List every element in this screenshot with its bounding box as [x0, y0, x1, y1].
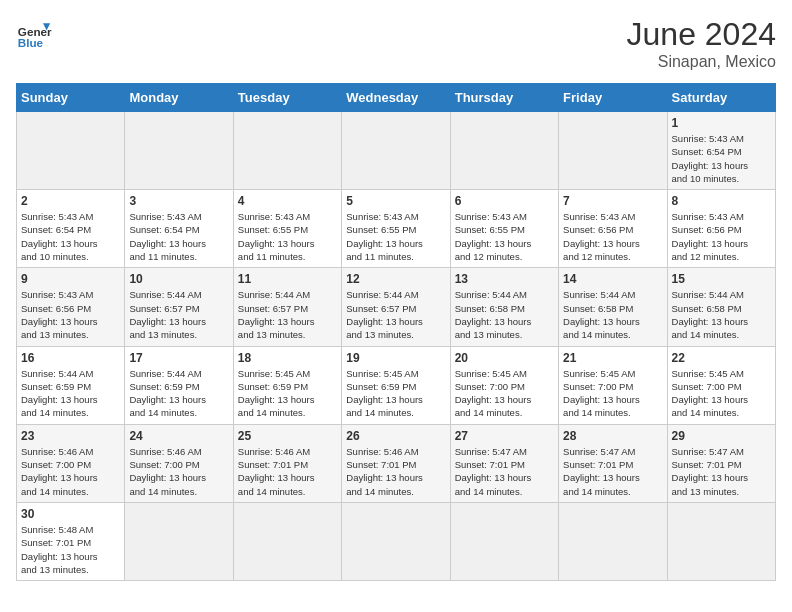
day-info: Sunrise: 5:44 AM Sunset: 6:59 PM Dayligh… — [21, 367, 120, 420]
day-info: Sunrise: 5:44 AM Sunset: 6:58 PM Dayligh… — [563, 288, 662, 341]
day-info: Sunrise: 5:45 AM Sunset: 7:00 PM Dayligh… — [455, 367, 554, 420]
day-number: 17 — [129, 351, 228, 365]
calendar-cell: 10Sunrise: 5:44 AM Sunset: 6:57 PM Dayli… — [125, 268, 233, 346]
day-number: 25 — [238, 429, 337, 443]
calendar-cell: 25Sunrise: 5:46 AM Sunset: 7:01 PM Dayli… — [233, 424, 341, 502]
day-info: Sunrise: 5:44 AM Sunset: 6:58 PM Dayligh… — [455, 288, 554, 341]
calendar-cell: 18Sunrise: 5:45 AM Sunset: 6:59 PM Dayli… — [233, 346, 341, 424]
calendar-cell — [17, 112, 125, 190]
day-info: Sunrise: 5:43 AM Sunset: 6:54 PM Dayligh… — [21, 210, 120, 263]
week-row-3: 9Sunrise: 5:43 AM Sunset: 6:56 PM Daylig… — [17, 268, 776, 346]
day-number: 2 — [21, 194, 120, 208]
day-number: 19 — [346, 351, 445, 365]
day-number: 30 — [21, 507, 120, 521]
weekday-header-tuesday: Tuesday — [233, 84, 341, 112]
weekday-header-wednesday: Wednesday — [342, 84, 450, 112]
calendar-cell: 2Sunrise: 5:43 AM Sunset: 6:54 PM Daylig… — [17, 190, 125, 268]
weekday-header-monday: Monday — [125, 84, 233, 112]
weekday-header-thursday: Thursday — [450, 84, 558, 112]
calendar-cell — [125, 112, 233, 190]
calendar-cell — [450, 502, 558, 580]
calendar-cell: 15Sunrise: 5:44 AM Sunset: 6:58 PM Dayli… — [667, 268, 775, 346]
week-row-2: 2Sunrise: 5:43 AM Sunset: 6:54 PM Daylig… — [17, 190, 776, 268]
day-info: Sunrise: 5:47 AM Sunset: 7:01 PM Dayligh… — [455, 445, 554, 498]
calendar-cell — [667, 502, 775, 580]
day-number: 8 — [672, 194, 771, 208]
day-number: 7 — [563, 194, 662, 208]
day-info: Sunrise: 5:44 AM Sunset: 6:57 PM Dayligh… — [238, 288, 337, 341]
day-info: Sunrise: 5:44 AM Sunset: 6:57 PM Dayligh… — [129, 288, 228, 341]
calendar-cell: 8Sunrise: 5:43 AM Sunset: 6:56 PM Daylig… — [667, 190, 775, 268]
calendar-cell — [450, 112, 558, 190]
day-number: 28 — [563, 429, 662, 443]
day-number: 26 — [346, 429, 445, 443]
weekday-header-sunday: Sunday — [17, 84, 125, 112]
day-number: 3 — [129, 194, 228, 208]
day-info: Sunrise: 5:43 AM Sunset: 6:55 PM Dayligh… — [455, 210, 554, 263]
calendar-cell: 24Sunrise: 5:46 AM Sunset: 7:00 PM Dayli… — [125, 424, 233, 502]
day-number: 27 — [455, 429, 554, 443]
day-number: 21 — [563, 351, 662, 365]
day-info: Sunrise: 5:45 AM Sunset: 7:00 PM Dayligh… — [672, 367, 771, 420]
day-number: 12 — [346, 272, 445, 286]
day-info: Sunrise: 5:44 AM Sunset: 6:57 PM Dayligh… — [346, 288, 445, 341]
weekday-header-saturday: Saturday — [667, 84, 775, 112]
day-number: 4 — [238, 194, 337, 208]
day-info: Sunrise: 5:46 AM Sunset: 7:00 PM Dayligh… — [129, 445, 228, 498]
day-info: Sunrise: 5:45 AM Sunset: 6:59 PM Dayligh… — [346, 367, 445, 420]
calendar-cell: 6Sunrise: 5:43 AM Sunset: 6:55 PM Daylig… — [450, 190, 558, 268]
week-row-6: 30Sunrise: 5:48 AM Sunset: 7:01 PM Dayli… — [17, 502, 776, 580]
calendar-cell: 27Sunrise: 5:47 AM Sunset: 7:01 PM Dayli… — [450, 424, 558, 502]
title-area: June 2024 Sinapan, Mexico — [627, 16, 776, 71]
day-info: Sunrise: 5:45 AM Sunset: 6:59 PM Dayligh… — [238, 367, 337, 420]
calendar-cell — [233, 112, 341, 190]
calendar-cell: 14Sunrise: 5:44 AM Sunset: 6:58 PM Dayli… — [559, 268, 667, 346]
day-number: 24 — [129, 429, 228, 443]
calendar-cell: 3Sunrise: 5:43 AM Sunset: 6:54 PM Daylig… — [125, 190, 233, 268]
calendar-cell: 1Sunrise: 5:43 AM Sunset: 6:54 PM Daylig… — [667, 112, 775, 190]
calendar-cell: 7Sunrise: 5:43 AM Sunset: 6:56 PM Daylig… — [559, 190, 667, 268]
calendar-cell: 29Sunrise: 5:47 AM Sunset: 7:01 PM Dayli… — [667, 424, 775, 502]
day-info: Sunrise: 5:43 AM Sunset: 6:55 PM Dayligh… — [238, 210, 337, 263]
calendar-cell: 20Sunrise: 5:45 AM Sunset: 7:00 PM Dayli… — [450, 346, 558, 424]
day-info: Sunrise: 5:46 AM Sunset: 7:01 PM Dayligh… — [238, 445, 337, 498]
logo: General Blue — [16, 16, 52, 52]
week-row-1: 1Sunrise: 5:43 AM Sunset: 6:54 PM Daylig… — [17, 112, 776, 190]
calendar-cell: 4Sunrise: 5:43 AM Sunset: 6:55 PM Daylig… — [233, 190, 341, 268]
calendar-cell: 22Sunrise: 5:45 AM Sunset: 7:00 PM Dayli… — [667, 346, 775, 424]
weekday-header-row: SundayMondayTuesdayWednesdayThursdayFrid… — [17, 84, 776, 112]
day-number: 29 — [672, 429, 771, 443]
day-info: Sunrise: 5:43 AM Sunset: 6:54 PM Dayligh… — [129, 210, 228, 263]
day-info: Sunrise: 5:46 AM Sunset: 7:00 PM Dayligh… — [21, 445, 120, 498]
day-info: Sunrise: 5:43 AM Sunset: 6:55 PM Dayligh… — [346, 210, 445, 263]
calendar-cell: 26Sunrise: 5:46 AM Sunset: 7:01 PM Dayli… — [342, 424, 450, 502]
calendar-cell: 13Sunrise: 5:44 AM Sunset: 6:58 PM Dayli… — [450, 268, 558, 346]
day-number: 22 — [672, 351, 771, 365]
month-title: June 2024 — [627, 16, 776, 53]
day-number: 14 — [563, 272, 662, 286]
day-number: 10 — [129, 272, 228, 286]
day-number: 16 — [21, 351, 120, 365]
day-info: Sunrise: 5:48 AM Sunset: 7:01 PM Dayligh… — [21, 523, 120, 576]
day-number: 6 — [455, 194, 554, 208]
calendar-cell — [342, 112, 450, 190]
day-info: Sunrise: 5:43 AM Sunset: 6:56 PM Dayligh… — [672, 210, 771, 263]
generalblue-logo-icon: General Blue — [16, 16, 52, 52]
day-number: 20 — [455, 351, 554, 365]
day-number: 1 — [672, 116, 771, 130]
calendar-table: SundayMondayTuesdayWednesdayThursdayFrid… — [16, 83, 776, 581]
weekday-header-friday: Friday — [559, 84, 667, 112]
location-title: Sinapan, Mexico — [627, 53, 776, 71]
day-number: 11 — [238, 272, 337, 286]
calendar-cell — [342, 502, 450, 580]
day-info: Sunrise: 5:44 AM Sunset: 6:59 PM Dayligh… — [129, 367, 228, 420]
calendar-cell: 28Sunrise: 5:47 AM Sunset: 7:01 PM Dayli… — [559, 424, 667, 502]
day-info: Sunrise: 5:43 AM Sunset: 6:54 PM Dayligh… — [672, 132, 771, 185]
day-number: 15 — [672, 272, 771, 286]
week-row-4: 16Sunrise: 5:44 AM Sunset: 6:59 PM Dayli… — [17, 346, 776, 424]
calendar-cell: 16Sunrise: 5:44 AM Sunset: 6:59 PM Dayli… — [17, 346, 125, 424]
day-number: 18 — [238, 351, 337, 365]
day-info: Sunrise: 5:44 AM Sunset: 6:58 PM Dayligh… — [672, 288, 771, 341]
calendar-cell: 5Sunrise: 5:43 AM Sunset: 6:55 PM Daylig… — [342, 190, 450, 268]
day-info: Sunrise: 5:47 AM Sunset: 7:01 PM Dayligh… — [563, 445, 662, 498]
